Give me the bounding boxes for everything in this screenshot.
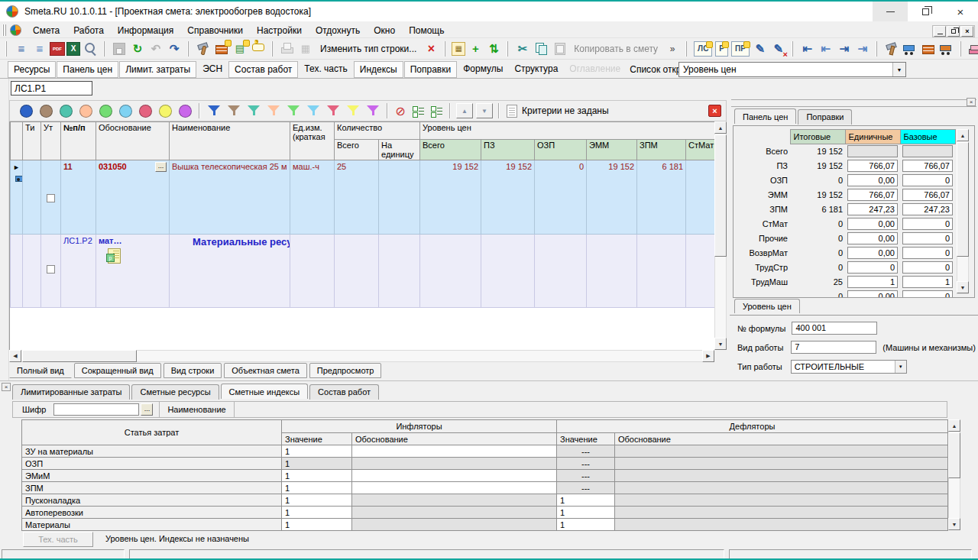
cut-icon[interactable]: ✂: [514, 40, 531, 57]
color-filter-funnel-icon[interactable]: [266, 104, 281, 118]
new-material-icon[interactable]: [213, 40, 230, 57]
deflator-value-cell[interactable]: 1: [557, 494, 615, 507]
mdi-close-button[interactable]: ×: [961, 26, 973, 37]
price-base-value[interactable]: 247,23: [902, 203, 953, 215]
section-button[interactable]: Р: [715, 41, 728, 57]
check-list-icon[interactable]: [410, 103, 426, 118]
col-header-name[interactable]: Наименование: [170, 122, 290, 160]
pdf-export-icon[interactable]: PDF: [50, 42, 65, 56]
color-marker-icon[interactable]: [99, 105, 112, 118]
close-panel-button[interactable]: ×: [2, 383, 11, 391]
paste-icon[interactable]: [551, 40, 568, 57]
color-filter-funnel-icon[interactable]: [206, 104, 222, 118]
delete-row-icon[interactable]: ×: [423, 40, 439, 57]
index-row[interactable]: ЗУ на материалы 1 ---: [22, 445, 948, 458]
menu-item[interactable]: Смета: [26, 24, 66, 37]
excel-export-icon[interactable]: X: [66, 42, 80, 56]
color-filter-funnel-icon[interactable]: [325, 104, 341, 118]
inflator-basis-cell[interactable]: [352, 470, 557, 482]
deflator-value-cell[interactable]: 1: [557, 519, 615, 531]
restore-button[interactable]: [908, 2, 943, 21]
add-sheet-icon[interactable]: +: [467, 40, 484, 57]
uncheck-list-icon[interactable]: [429, 103, 444, 118]
grid-row-section[interactable]: ЛС1.Р2 мат… Материальные ресурсы: [11, 235, 716, 308]
totals-col-header[interactable]: Итоговые: [790, 130, 845, 144]
panel-splitter[interactable]: [731, 99, 976, 107]
col-header-qty[interactable]: Количество: [335, 122, 420, 140]
index-row[interactable]: ОЗП 1 ---: [22, 458, 948, 470]
save-icon[interactable]: [111, 40, 128, 57]
value-header[interactable]: Значение: [282, 433, 352, 445]
col-header-num[interactable]: №п/п: [61, 122, 96, 160]
price-level-col-header[interactable]: ЗПМ: [637, 140, 686, 160]
price-unit-value[interactable]: 766,07: [847, 160, 898, 172]
price-unit-value[interactable]: 0,00: [847, 218, 898, 230]
col-header-qty-total[interactable]: Всего: [335, 140, 379, 160]
color-marker-icon[interactable]: [159, 105, 172, 118]
inflator-value-cell[interactable]: 1: [282, 445, 352, 458]
close-button[interactable]: ×: [943, 2, 978, 21]
ellipsis-button[interactable]: ...: [155, 162, 167, 172]
price-base-value[interactable]: 766,07: [902, 160, 953, 172]
inflator-basis-cell[interactable]: [352, 519, 557, 531]
price-base-value[interactable]: 0: [902, 290, 953, 298]
price-base-value[interactable]: 766,07: [902, 189, 953, 201]
chevron-down-icon[interactable]: ▼: [892, 63, 905, 76]
inflator-basis-cell[interactable]: [352, 494, 557, 507]
deflator-value-cell[interactable]: ---: [557, 470, 615, 482]
inflator-value-cell[interactable]: 1: [282, 458, 352, 470]
overflow-chevron-icon[interactable]: »: [664, 40, 681, 57]
inflator-basis-cell[interactable]: [352, 482, 557, 494]
indices-tab[interactable]: Состав работ: [309, 384, 379, 400]
undo-icon[interactable]: ↶: [147, 40, 164, 57]
scroll-down-button[interactable]: ▼: [714, 338, 727, 350]
mdi-restore-button[interactable]: [947, 26, 960, 37]
color-marker-icon[interactable]: [119, 105, 132, 118]
view-tab[interactable]: Полный вид: [9, 363, 72, 378]
index-row[interactable]: ЭМиМ 1 ---: [22, 470, 948, 482]
panel-tab[interactable]: Поправки: [404, 61, 457, 78]
move-down-button[interactable]: ▼: [476, 103, 493, 118]
deflator-basis-cell[interactable]: [615, 470, 948, 482]
object-icon[interactable]: ▦: [297, 40, 314, 57]
row-code-input[interactable]: ЛС1.Р1: [11, 81, 92, 95]
price-panel-tab[interactable]: Панель цен: [734, 108, 796, 124]
price-unit-value[interactable]: 0,00: [847, 290, 898, 298]
menu-item[interactable]: Работа: [66, 24, 111, 37]
panel-tab[interactable]: ЭСН: [197, 61, 228, 78]
inflators-header[interactable]: Инфляторы: [282, 420, 557, 433]
copy-to-estimate-button[interactable]: Копировать в смету: [568, 40, 663, 57]
price-level-col-header[interactable]: СтМат: [686, 140, 715, 160]
clear-filter-icon[interactable]: ⊘: [392, 104, 409, 118]
scroll-left-button[interactable]: ◀: [9, 350, 21, 362]
tree-structure-icon[interactable]: ≡: [13, 40, 30, 57]
close-filter-button[interactable]: ×: [708, 105, 721, 117]
cost-item-header[interactable]: Статья затрат: [22, 420, 282, 445]
mdi-minimize-button[interactable]: [934, 26, 946, 37]
basis-header[interactable]: Обоснование: [352, 433, 557, 445]
scroll-down-button[interactable]: ▼: [948, 518, 960, 530]
panel-tab[interactable]: Тех. часть: [299, 61, 352, 78]
local-estimate-button[interactable]: ЛС: [694, 41, 712, 57]
deflator-basis-cell[interactable]: [615, 482, 948, 494]
view-tab[interactable]: Предпросмотр: [309, 363, 382, 378]
redo-icon[interactable]: ↷: [166, 40, 183, 57]
new-catalog-icon[interactable]: ▤: [232, 40, 248, 57]
price-unit-value[interactable]: 0: [847, 261, 898, 274]
inflator-value-cell[interactable]: 1: [282, 519, 352, 531]
scroll-up-button[interactable]: ▲: [948, 419, 960, 432]
materials-icon[interactable]: [920, 40, 937, 57]
panel-tab[interactable]: Ресурсы: [8, 61, 56, 78]
price-base-value[interactable]: 0: [902, 174, 953, 186]
refresh-icon[interactable]: ↻: [129, 40, 146, 57]
move-up-button[interactable]: ▲: [456, 103, 473, 118]
inflator-basis-cell[interactable]: [352, 445, 557, 458]
copy-icon[interactable]: [533, 40, 549, 57]
truck-cargo-icon[interactable]: [938, 40, 955, 57]
color-filter-funnel-icon[interactable]: [345, 104, 361, 118]
scroll-up-button[interactable]: ▲: [714, 121, 727, 134]
inflator-value-cell[interactable]: 1: [282, 494, 352, 507]
chevron-down-icon[interactable]: ▼: [895, 361, 906, 373]
color-marker-icon[interactable]: [79, 105, 92, 118]
price-base-value[interactable]: 1: [902, 276, 953, 288]
